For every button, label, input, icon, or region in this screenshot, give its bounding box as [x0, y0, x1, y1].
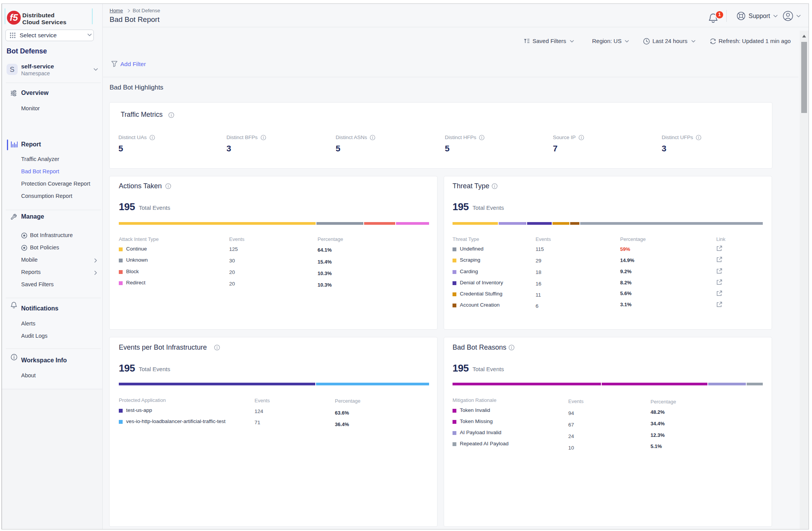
svg-text:f5: f5 [10, 12, 18, 23]
